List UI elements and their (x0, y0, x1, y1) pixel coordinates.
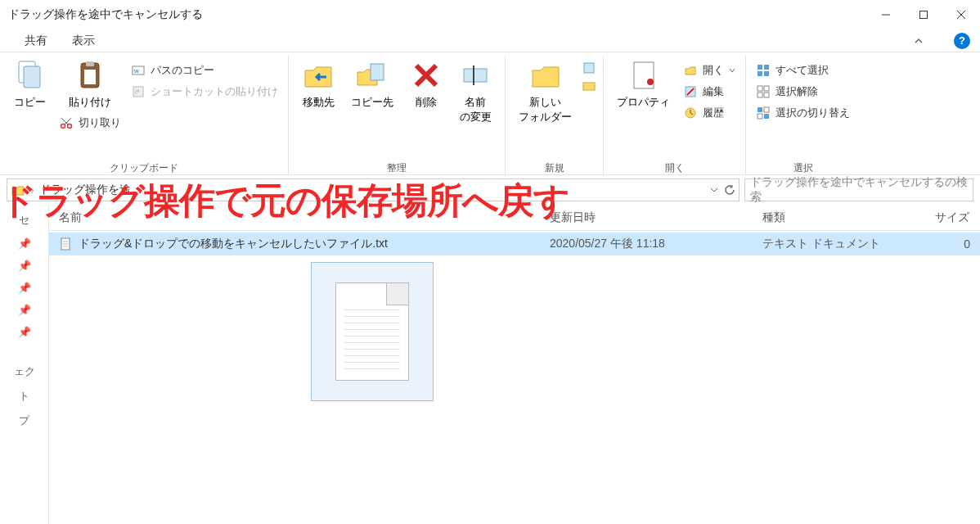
copy-path-label: パスのコピー (151, 63, 214, 78)
svg-rect-29 (764, 65, 769, 70)
help-icon[interactable]: ? (954, 33, 970, 49)
ribbon: コピー 貼り付け 切り取り (0, 52, 980, 175)
delete-label: 削除 (416, 95, 437, 110)
svg-line-11 (61, 118, 68, 124)
edit-button[interactable]: 編集 (680, 82, 739, 102)
svg-rect-33 (764, 86, 769, 91)
pin-icon[interactable]: 📌 (18, 304, 31, 316)
organize-group-label: 整理 (387, 160, 407, 174)
svg-rect-35 (764, 93, 769, 97)
new-folder-button[interactable]: 新しい フォルダー (512, 56, 578, 128)
drag-ghost-icon (335, 282, 409, 381)
svg-rect-37 (764, 107, 769, 112)
paste-label: 貼り付け (69, 95, 111, 110)
svg-rect-21 (584, 63, 594, 73)
ribbon-tabs: 共有 表示 ? (0, 29, 980, 52)
nav-pane[interactable]: セ 📌 📌 📌 📌 📌 ェク ト プ (0, 205, 49, 524)
nav-objects-2[interactable]: ト (19, 389, 29, 404)
svg-rect-8 (84, 70, 96, 84)
svg-rect-1 (920, 11, 928, 19)
tab-view[interactable]: 表示 (72, 34, 95, 48)
svg-text:w: w (133, 67, 139, 75)
annotation-text: ドラッグ操作で元の保存場所へ戻す (0, 177, 980, 225)
move-to-button[interactable]: 移動先 (295, 56, 341, 113)
svg-rect-19 (464, 69, 487, 82)
svg-rect-39 (764, 114, 769, 119)
history-button[interactable]: 履歴 (680, 103, 739, 123)
paste-shortcut-button[interactable]: ショートカットの貼り付け (128, 82, 281, 102)
nav-objects-1[interactable]: ェク (14, 364, 35, 379)
window-title: ドラッグ操作を途中でキャンセルする (8, 7, 867, 22)
select-all-button[interactable]: すべて選択 (753, 61, 853, 80)
rename-button[interactable]: 名前 の変更 (452, 56, 498, 128)
pin-icon[interactable]: 📌 (18, 237, 31, 250)
copy-to-label: コピー先 (351, 95, 393, 110)
delete-button[interactable]: 削除 (403, 56, 449, 113)
history-label: 履歴 (703, 106, 724, 120)
titlebar: ドラッグ操作を途中でキャンセルする (0, 0, 980, 29)
ribbon-group-select: すべて選択 選択解除 選択の切り替え 選択 (746, 56, 860, 174)
cut-label: 切り取り (79, 115, 121, 130)
paste-icon (74, 59, 106, 92)
select-all-label: すべて選択 (775, 63, 829, 78)
edit-icon (683, 84, 698, 99)
cut-icon (59, 115, 74, 130)
move-to-label: 移動先 (303, 95, 335, 110)
nav-objects-3[interactable]: プ (19, 413, 29, 428)
svg-point-9 (61, 124, 65, 129)
maximize-button[interactable] (905, 2, 942, 27)
copy-to-button[interactable]: コピー先 (344, 56, 400, 113)
rename-label: 名前 の変更 (460, 95, 492, 124)
move-to-icon (302, 59, 335, 92)
select-none-button[interactable]: 選択解除 (753, 82, 853, 102)
open-button[interactable]: 開く (680, 61, 739, 80)
close-button[interactable] (942, 2, 980, 27)
file-type: テキスト ドキュメント (753, 237, 916, 251)
svg-rect-5 (24, 66, 40, 88)
cut-button[interactable]: 切り取り (56, 113, 124, 133)
properties-icon (627, 59, 660, 92)
new-item-icon[interactable] (582, 61, 596, 75)
copy-path-button[interactable]: w パスのコピー (128, 61, 281, 80)
select-none-label: 選択解除 (775, 84, 818, 99)
copy-icon (13, 59, 46, 92)
pin-icon[interactable]: 📌 (18, 326, 31, 338)
ribbon-group-new: 新しい フォルダー 新規 (506, 56, 604, 174)
tab-share[interactable]: 共有 (25, 34, 47, 48)
new-folder-label: 新しい フォルダー (519, 95, 572, 124)
copy-to-icon (356, 59, 389, 92)
paste-button[interactable]: 貼り付け (56, 56, 124, 113)
pin-icon[interactable]: 📌 (18, 260, 31, 272)
invert-selection-button[interactable]: 選択の切り替え (753, 103, 853, 123)
file-row[interactable]: ドラッグ&ドロップでの移動をキャンセルしたいファイル.txt 2020/05/2… (49, 233, 980, 255)
svg-rect-36 (757, 107, 762, 112)
minimize-button[interactable] (867, 2, 905, 27)
new-group-label: 新規 (545, 160, 564, 174)
rename-icon (459, 59, 492, 92)
open-label: 開く (703, 63, 724, 78)
window-buttons (867, 2, 980, 27)
svg-rect-32 (757, 86, 762, 91)
file-name: ドラッグ&ドロップでの移動をキャンセルしたいファイル.txt (79, 237, 388, 251)
svg-point-10 (68, 124, 72, 129)
file-list[interactable]: 名前 更新日時 種類 サイズ ドラッグ&ドロップでの移動をキャンセルしたいファイ… (49, 205, 980, 524)
copy-button[interactable]: コピー (7, 56, 52, 113)
history-icon (683, 106, 698, 120)
ribbon-group-clipboard: コピー 貼り付け 切り取り (0, 56, 289, 174)
properties-button[interactable]: プロパティ (610, 56, 677, 113)
pin-icon[interactable]: 📌 (18, 282, 31, 294)
clipboard-group-label: クリップボード (110, 160, 178, 174)
easy-access-icon[interactable] (582, 79, 596, 93)
open-group-label: 開く (665, 160, 685, 174)
ribbon-group-organize: 移動先 コピー先 削除 名前 の変更 整理 (289, 56, 506, 174)
open-icon (683, 63, 698, 78)
file-icon (59, 237, 72, 251)
paste-shortcut-label: ショートカットの貼り付け (151, 84, 278, 99)
properties-label: プロパティ (617, 95, 670, 110)
ribbon-collapse-icon[interactable] (913, 35, 924, 47)
file-size: 0 (916, 237, 980, 251)
invert-icon (756, 106, 771, 120)
file-date: 2020/05/27 午後 11:18 (540, 237, 753, 251)
ribbon-group-open: プロパティ 開く 編集 履歴 開く (604, 56, 746, 174)
svg-rect-28 (757, 65, 762, 70)
